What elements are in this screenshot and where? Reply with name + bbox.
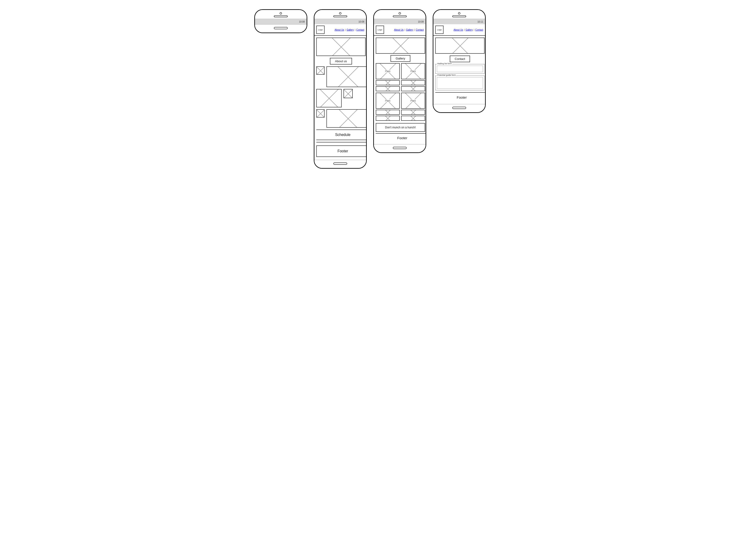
nav-link-gallery-gallery[interactable]: Gallery: [406, 28, 413, 31]
nav-link-gallery-about[interactable]: Gallery: [347, 28, 354, 31]
gallery-grid: Plant Plant Plant: [376, 63, 425, 121]
status-bar-gallery: 10:08: [374, 19, 426, 24]
status-time-contact: 10:11: [477, 20, 483, 23]
nav-link-contact-gallery[interactable]: Contact: [416, 28, 424, 31]
about-small-image-3: [316, 109, 325, 118]
plant-text-4: [401, 110, 425, 115]
status-time-about: 10:08: [359, 20, 364, 23]
nav-sep2-contact: |: [474, 28, 474, 31]
nav-link-about-contact[interactable]: About Us: [453, 28, 463, 31]
phone-gallery: 10:08 Logo About Us | Gallery | Contact …: [373, 9, 426, 153]
plant-image-1: Plant: [376, 63, 400, 79]
home-button-about[interactable]: [333, 162, 347, 165]
plant-text-2: [401, 80, 425, 85]
about-row2: [316, 89, 366, 107]
nav-bar-about: Logo About Us | Gallery | Contact: [314, 24, 366, 36]
about-med-image: [316, 89, 342, 107]
camera-home: [280, 12, 282, 14]
plant-label-3: Plant: [384, 99, 391, 102]
gallery-item-2: Plant: [401, 63, 425, 91]
nav-bar-contact: Logo About Us | Gallery | Contact: [434, 24, 485, 36]
status-bar-contact: 10:11: [434, 19, 485, 24]
nav-link-about-gallery[interactable]: About Us: [394, 28, 403, 31]
about-small-image-1: [316, 67, 325, 75]
page-title-wrapper-gallery: Gallery: [376, 55, 425, 62]
home-button-gallery[interactable]: [393, 147, 407, 149]
screen-contact: 10:11 Logo About Us | Gallery | Contact …: [434, 19, 485, 104]
about-big-image-1: [327, 67, 366, 87]
phone-bottom-about: [314, 160, 366, 168]
phone-home: 10:08 Welcome to our world Find out more: [254, 9, 307, 33]
plant-text-1b: [376, 86, 400, 91]
page-title-contact: Contact: [450, 55, 470, 62]
phone-bottom-home: [255, 25, 306, 32]
nav-links-contact: About Us | Gallery | Contact: [445, 28, 483, 31]
page-title-gallery: Gallery: [390, 55, 410, 62]
about-rect-image: [327, 109, 366, 128]
page-title-about: About us: [330, 58, 352, 65]
nav-links-gallery: About Us | Gallery | Contact: [386, 28, 424, 31]
nav-link-contact-contact[interactable]: Contact: [475, 28, 483, 31]
footer-contact: Footer: [435, 92, 485, 102]
nav-bar-gallery: Logo About Us | Gallery | Contact: [374, 24, 426, 36]
potential-guide-textarea[interactable]: [437, 77, 483, 89]
plant-text-2b: [401, 86, 425, 91]
status-bar-about: 10:08: [314, 19, 366, 24]
phone-top-about: [314, 10, 366, 19]
phone-top-gallery: [374, 10, 426, 19]
speaker-gallery: [393, 15, 407, 17]
phone-about: 10:08 Logo About Us | Gallery | Contact …: [314, 9, 367, 169]
phone-bottom-contact: [434, 104, 485, 112]
hero-banner-contact: [435, 37, 484, 54]
about-row1: [316, 67, 366, 87]
home-button-contact[interactable]: [452, 107, 466, 109]
nav-links-about: About Us | Gallery | Contact: [327, 28, 364, 31]
speaker-home: [274, 15, 288, 17]
footer-about: Footer: [316, 145, 366, 157]
screen-about: 10:08 Logo About Us | Gallery | Contact …: [314, 19, 366, 160]
about-small-image-2: [344, 89, 353, 98]
status-time-home: 10:08: [299, 20, 305, 23]
mailing-list-input[interactable]: [437, 66, 483, 72]
nav-sep1-gallery: |: [404, 28, 405, 31]
nav-logo-contact: Logo: [435, 26, 444, 34]
plant-text-3b: [376, 116, 400, 121]
phone-bottom-gallery: [374, 144, 426, 152]
nav-link-gallery-contact[interactable]: Gallery: [465, 28, 473, 31]
nav-logo-about: Logo: [316, 26, 325, 34]
gallery-cta[interactable]: Don't munch on a hunch!: [376, 123, 425, 132]
status-bar-home: 10:08: [255, 19, 306, 24]
speaker-contact: [452, 15, 466, 17]
phone-top-contact: [434, 10, 485, 19]
plant-image-2: Plant: [401, 63, 425, 79]
footer-gallery: Footer: [376, 133, 426, 142]
divider-about: [316, 142, 366, 143]
speaker-about: [333, 15, 347, 17]
home-button-home[interactable]: [274, 27, 288, 29]
gallery-item-3: Plant: [376, 93, 400, 121]
mailing-list-form-label: Mailing list form: [437, 63, 452, 65]
hero-banner-about: [316, 37, 366, 56]
camera-about: [339, 12, 342, 14]
plant-image-3: Plant: [376, 93, 400, 109]
nav-sep1-contact: |: [464, 28, 465, 31]
content-contact: Contact Mailing list form Potential guid…: [434, 36, 485, 104]
phone-top-home: [255, 10, 306, 19]
plant-text-4b: [401, 116, 425, 121]
page-title-wrapper-contact: Contact: [435, 55, 484, 62]
nav-sep2-gallery: |: [414, 28, 415, 31]
nav-logo-gallery: Logo: [376, 26, 384, 34]
plant-label-4: Plant: [410, 99, 417, 102]
plant-image-4: Plant: [401, 93, 425, 109]
nav-link-contact-about[interactable]: Contact: [356, 28, 364, 31]
content-gallery: Gallery Plant Plant: [374, 36, 426, 144]
gallery-item-4: Plant: [401, 93, 425, 121]
status-time-gallery: 10:08: [418, 20, 424, 23]
nav-sep1-about: |: [345, 28, 346, 31]
camera-gallery: [398, 12, 401, 14]
phone-contact: 10:11 Logo About Us | Gallery | Contact …: [433, 9, 486, 113]
schedule-section: Schedule: [316, 129, 366, 140]
nav-link-about-us-about[interactable]: About Us: [335, 28, 344, 31]
mailing-list-form: Mailing list form: [435, 64, 484, 74]
plant-text-3: [376, 110, 400, 115]
